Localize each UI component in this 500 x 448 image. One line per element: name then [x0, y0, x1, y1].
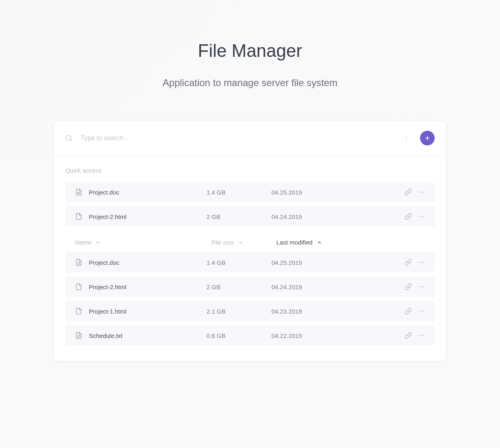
- svg-point-13: [421, 216, 422, 217]
- file-text-icon: [75, 332, 82, 339]
- file-size: 0.6 GB: [207, 332, 272, 339]
- file-name: Project-1.html: [89, 308, 207, 315]
- svg-point-17: [419, 262, 420, 263]
- quick-access-row[interactable]: Project.doc 1.4 GB 04.25.2019: [65, 182, 435, 202]
- svg-point-14: [423, 216, 424, 217]
- svg-point-28: [419, 335, 420, 336]
- file-date: 04.22.2019: [272, 332, 405, 339]
- quick-access-row[interactable]: Project-2.html 2 GB 04.24.2019: [65, 206, 435, 227]
- file-name: Project.doc: [89, 189, 207, 196]
- column-label: Last modified: [276, 239, 312, 246]
- svg-point-3: [406, 138, 407, 139]
- file-row[interactable]: Schedule.txt 0.6 GB 04.22.2019: [65, 325, 435, 346]
- add-button[interactable]: [420, 131, 435, 145]
- page-subtitle: Application to manage server file system: [163, 77, 338, 89]
- file-name: Schedule.txt: [89, 332, 207, 339]
- file-name: Project.doc: [89, 259, 207, 266]
- file-icon: [75, 307, 82, 315]
- more-horizontal-icon[interactable]: [418, 188, 425, 196]
- svg-point-18: [421, 262, 422, 263]
- search-icon: [65, 134, 73, 142]
- column-header-name[interactable]: Name: [75, 239, 211, 246]
- file-manager-panel: Quick access Project.doc 1.4 GB 04.25.20…: [54, 121, 446, 361]
- file-icon: [75, 283, 82, 290]
- svg-point-10: [421, 192, 422, 193]
- search-input[interactable]: [81, 134, 402, 142]
- file-date: 04.23.2019: [272, 308, 405, 315]
- file-date: 04.24.2019: [272, 284, 405, 290]
- toolbar: [54, 121, 446, 156]
- chevron-down-icon: [238, 240, 244, 245]
- svg-point-30: [423, 335, 424, 336]
- column-label: Name: [75, 239, 91, 246]
- svg-point-9: [419, 192, 420, 193]
- column-header-modified[interactable]: Last modified: [276, 239, 425, 246]
- quick-access-label: Quick access: [65, 167, 435, 174]
- more-horizontal-icon[interactable]: [418, 259, 425, 266]
- file-size: 1.4 GB: [207, 189, 272, 196]
- more-vertical-icon[interactable]: [402, 134, 410, 142]
- link-icon[interactable]: [405, 188, 412, 196]
- svg-point-4: [406, 140, 407, 141]
- file-size: 2 GB: [207, 284, 272, 290]
- file-row[interactable]: Project.doc 1.4 GB 04.25.2019: [65, 252, 435, 273]
- svg-line-1: [70, 139, 71, 141]
- svg-point-12: [419, 216, 420, 217]
- file-size: 2 GB: [207, 213, 272, 220]
- file-text-icon: [75, 259, 82, 266]
- more-horizontal-icon[interactable]: [418, 213, 425, 220]
- svg-point-22: [423, 286, 424, 287]
- svg-point-20: [419, 286, 420, 287]
- file-size: 1.4 GB: [207, 259, 272, 266]
- page-title: File Manager: [198, 41, 302, 61]
- link-icon[interactable]: [405, 213, 412, 220]
- file-row[interactable]: Project-1.html 2.1 GB 04.23.2019: [65, 301, 435, 321]
- file-name: Project-2.html: [89, 213, 207, 220]
- more-horizontal-icon[interactable]: [418, 283, 425, 290]
- file-date: 04.24.2019: [272, 213, 405, 220]
- svg-point-25: [423, 311, 424, 312]
- file-date: 04.25.2019: [272, 189, 405, 196]
- file-icon: [75, 213, 82, 220]
- file-size: 2.1 GB: [207, 308, 272, 315]
- link-icon[interactable]: [405, 259, 412, 266]
- chevron-down-icon: [95, 240, 101, 245]
- svg-point-19: [423, 262, 424, 263]
- svg-point-29: [421, 335, 422, 336]
- more-horizontal-icon[interactable]: [418, 332, 425, 339]
- svg-point-2: [406, 136, 407, 136]
- svg-point-21: [421, 286, 422, 287]
- column-header-size[interactable]: File size: [211, 239, 276, 246]
- file-date: 04.25.2019: [272, 259, 405, 266]
- link-icon[interactable]: [405, 283, 412, 290]
- file-row[interactable]: Project-2.html 2 GB 04.24.2019: [65, 277, 435, 297]
- file-text-icon: [75, 188, 82, 196]
- column-headers: Name File size Last modified: [65, 231, 435, 252]
- chevron-up-icon: [317, 240, 322, 245]
- file-name: Project-2.html: [89, 284, 207, 290]
- svg-point-24: [421, 311, 422, 312]
- column-label: File size: [211, 239, 234, 246]
- link-icon[interactable]: [405, 307, 412, 315]
- link-icon[interactable]: [405, 332, 412, 339]
- svg-point-11: [423, 192, 424, 193]
- svg-point-23: [419, 311, 420, 312]
- more-horizontal-icon[interactable]: [418, 307, 425, 315]
